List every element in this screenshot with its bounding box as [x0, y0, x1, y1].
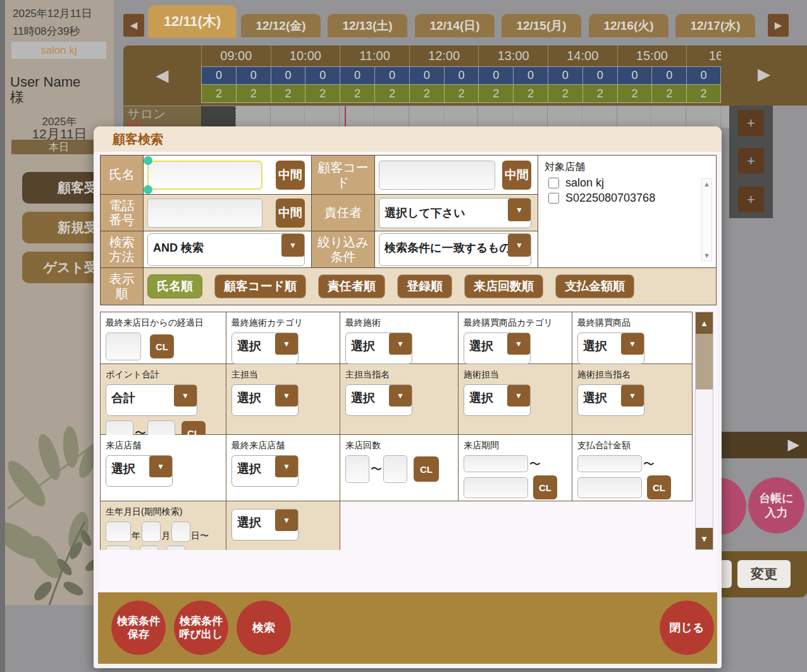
salon-schedule-row: サロン 0人 [123, 106, 696, 128]
plus-icon[interactable]: + [738, 186, 764, 212]
selection-handle-icon[interactable] [144, 185, 152, 194]
phone-partial-match-button[interactable]: 中間 [276, 199, 305, 228]
narrow-condition-field-cell: 検索条件に一致するもの ▼ [375, 231, 538, 268]
scroll-down-arrow-icon[interactable]: ▼ [702, 252, 712, 259]
visit-period-to-input[interactable] [464, 477, 528, 498]
target-store-panel: 対象店舗 salon kj S0225080703768 ▲ ▼ [538, 156, 716, 268]
scroll-up-arrow-icon[interactable]: ▲ [702, 180, 712, 188]
birthday-month-input[interactable] [142, 522, 161, 542]
sort-by-code-button[interactable]: 顧客コード順 [214, 274, 306, 298]
last-product-select[interactable]: 選択▼ [577, 333, 644, 364]
tab-date-1211[interactable]: 12/11(木) [148, 5, 237, 38]
chevron-down-icon: ▼ [275, 456, 298, 477]
last-treatment-category-select[interactable]: 選択▼ [231, 333, 299, 364]
chevron-down-icon: ▼ [507, 333, 530, 355]
main-staff-nomination-select[interactable]: 選択▼ [345, 384, 412, 416]
name-input[interactable] [147, 161, 262, 190]
customer-code-field-cell: 中間 [375, 156, 538, 195]
tab-date-1215[interactable]: 12/15(月) [502, 14, 581, 37]
elapsed-clear-button[interactable]: CL [150, 334, 174, 358]
treatment-staff-select[interactable]: 選択▼ [464, 384, 531, 416]
point-total-select[interactable]: 合計▼ [106, 384, 197, 416]
tab-date-1214[interactable]: 12/14(日) [415, 14, 495, 37]
search-method-select[interactable]: AND 検索 ▼ [147, 233, 305, 266]
scrollbar-thumb[interactable] [696, 334, 713, 389]
payment-total-from-input[interactable] [577, 455, 642, 472]
birthday-day-to-input[interactable] [166, 546, 185, 550]
tab-date-1212[interactable]: 12/12(金) [241, 14, 321, 37]
mail-status-select[interactable]: 選択▼ [231, 509, 299, 541]
customer-code-input[interactable] [379, 161, 495, 190]
selection-handle-icon[interactable] [144, 156, 152, 165]
reservation-count-cell: 0 [236, 66, 271, 85]
visit-count-max-input[interactable] [383, 455, 407, 483]
sort-by-manager-button[interactable]: 責任者順 [318, 274, 385, 298]
scroll-up-arrow-icon[interactable]: ▲ [696, 312, 713, 334]
sort-by-name-button[interactable]: 氏名順 [147, 274, 202, 298]
payment-total-to-input[interactable] [577, 477, 642, 498]
display-order-label: 表示順 [101, 268, 144, 305]
reservation-count-cell: 0 [340, 66, 374, 85]
sort-by-registration-button[interactable]: 登録順 [397, 274, 452, 298]
today-button[interactable]: 本日 [11, 140, 106, 154]
visit-count-min-input[interactable] [345, 455, 369, 483]
visit-period-from-input[interactable] [464, 455, 528, 472]
store-checkbox[interactable] [548, 178, 559, 188]
prev-day-arrow-icon[interactable]: ◀ [123, 14, 144, 37]
store-list-scrollbar[interactable]: ▲ ▼ [701, 178, 712, 261]
scroll-left-arrow-icon[interactable]: ◀ [123, 46, 201, 106]
load-conditions-button[interactable]: 検索条件 呼び出し [174, 601, 228, 655]
save-conditions-button[interactable]: 検索条件 保存 [111, 601, 166, 655]
visit-period-clear-button[interactable]: CL [533, 475, 557, 499]
plus-icon[interactable]: + [738, 148, 764, 174]
capacity-count-cell: 2 [686, 85, 721, 103]
visit-count-clear-button[interactable]: CL [414, 456, 439, 482]
elapsed-days-input[interactable] [106, 333, 141, 360]
ledger-input-button[interactable]: 台帳に 入力 [748, 477, 804, 534]
visit-store-select[interactable]: 選択▼ [106, 455, 173, 487]
main-staff-select[interactable]: 選択▼ [231, 384, 299, 416]
tab-date-1217[interactable]: 12/17(水) [675, 14, 755, 37]
last-treatment-select[interactable]: 選択▼ [345, 333, 412, 364]
birthday-month-to-input[interactable] [140, 546, 159, 550]
birthday-day-input[interactable] [171, 522, 190, 542]
tab-date-1216[interactable]: 12/16(火) [589, 14, 668, 37]
store-checkbox-item[interactable]: salon kj [548, 176, 710, 190]
birthday-year-input[interactable] [106, 522, 131, 542]
filter-scrollbar[interactable]: ▲ ▼ [695, 312, 713, 550]
name-partial-match-button[interactable]: 中間 [276, 161, 305, 190]
birthday-year-to-input[interactable] [106, 546, 131, 550]
treatment-staff-nomination-select[interactable]: 選択▼ [577, 384, 644, 416]
payment-total-clear-button[interactable]: CL [647, 475, 671, 499]
reservation-count-cell: 0 [478, 66, 513, 85]
manager-select[interactable]: 選択して下さい ▼ [379, 198, 531, 228]
add-reservation-panel: + + + [729, 104, 773, 218]
last-product-category-select[interactable]: 選択▼ [464, 333, 531, 364]
time-label: 09:00 [201, 46, 271, 66]
store-checkbox-item[interactable]: S0225080703768 [548, 192, 710, 205]
elapsed-days-filter: 最終来店日からの経過日 CL [100, 312, 226, 364]
schedule-slot [374, 106, 409, 128]
scroll-down-arrow-icon[interactable]: ▼ [696, 528, 713, 549]
code-partial-match-button[interactable]: 中間 [502, 161, 531, 190]
sort-by-visits-button[interactable]: 来店回数順 [464, 274, 543, 298]
scroll-right-arrow-icon[interactable]: ▶ [788, 436, 799, 453]
capacity-count-cell: 2 [340, 85, 374, 103]
plus-icon[interactable]: + [738, 110, 764, 136]
sort-by-payment-button[interactable]: 支払金額順 [555, 274, 634, 298]
store-checkbox[interactable] [548, 193, 559, 204]
close-button[interactable]: 閉じる [660, 601, 714, 655]
scroll-right-arrow-icon[interactable]: ▶ [758, 64, 770, 84]
tab-date-1213[interactable]: 12/13(土) [328, 14, 407, 37]
change-button[interactable]: 変更 [737, 560, 791, 588]
phone-input[interactable] [147, 199, 262, 228]
last-visit-store-select[interactable]: 選択▼ [231, 455, 299, 487]
schedule-slot [478, 106, 513, 128]
reservation-count-cell: 0 [444, 66, 479, 85]
search-button[interactable]: 検索 [237, 601, 291, 655]
next-day-arrow-icon[interactable]: ▶ [768, 14, 789, 37]
narrow-condition-select[interactable]: 検索条件に一致するもの ▼ [379, 233, 531, 266]
chevron-down-icon: ▼ [275, 385, 298, 406]
action-button-partial[interactable] [722, 560, 732, 588]
schedule-slot [409, 106, 444, 128]
